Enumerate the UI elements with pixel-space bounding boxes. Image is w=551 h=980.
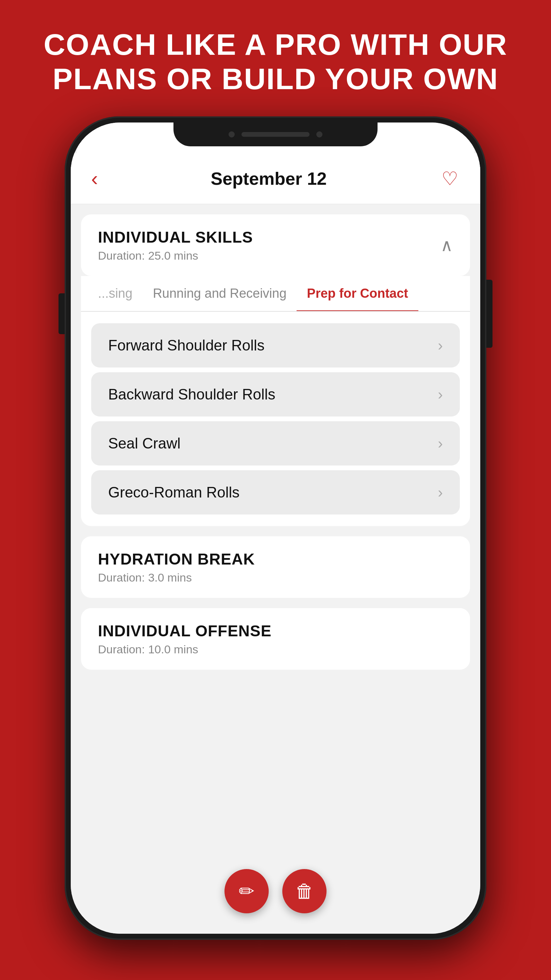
individual-offense-section: INDIVIDUAL OFFENSE Duration: 10.0 mins [81, 608, 470, 670]
header-title: September 12 [211, 169, 327, 189]
tab-label-passing: ...sing [98, 286, 132, 301]
notch-camera [229, 131, 235, 137]
drill-item-backward-shoulder-rolls[interactable]: Backward Shoulder Rolls › [91, 372, 460, 417]
trash-icon: 🗑 [295, 880, 314, 902]
favorite-button[interactable]: ♡ [440, 169, 460, 189]
offense-title: INDIVIDUAL OFFENSE [98, 622, 453, 640]
drill-item-greco-roman-rolls[interactable]: Greco-Roman Rolls › [91, 470, 460, 514]
chevron-right-icon: › [438, 435, 443, 452]
section-info: INDIVIDUAL SKILLS Duration: 25.0 mins [98, 228, 253, 262]
drill-item-seal-crawl[interactable]: Seal Crawl › [91, 421, 460, 466]
back-button[interactable]: ‹ [91, 167, 98, 190]
drill-item-label: Seal Crawl [108, 435, 181, 452]
break-duration: Duration: 3.0 mins [98, 571, 453, 584]
hero-line2: PLANS OR BUILD YOUR OWN [53, 62, 499, 95]
individual-skills-section[interactable]: INDIVIDUAL SKILLS Duration: 25.0 mins ∧ [81, 215, 470, 276]
phone-notch [173, 123, 378, 146]
chevron-right-icon: › [438, 386, 443, 403]
section-title: INDIVIDUAL SKILLS [98, 228, 253, 247]
fab-container: ✏ 🗑 [224, 869, 327, 913]
tab-passing[interactable]: ...sing [88, 276, 143, 311]
drill-item-label: Backward Shoulder Rolls [108, 386, 275, 403]
notch-speaker [241, 132, 310, 137]
tab-label-running: Running and Receiving [153, 286, 286, 301]
drill-item-forward-shoulder-rolls[interactable]: Forward Shoulder Rolls › [91, 323, 460, 368]
delete-fab-button[interactable]: 🗑 [282, 869, 327, 913]
tabs-bar: ...sing Running and Receiving Prep for C… [81, 276, 470, 312]
tab-prep-contact[interactable]: Prep for Contact [297, 276, 418, 311]
hero-line1: COACH LIKE A PRO WITH OUR [43, 27, 507, 61]
collapse-icon[interactable]: ∧ [440, 235, 453, 255]
chevron-right-icon: › [438, 337, 443, 354]
tab-label-prep: Prep for Contact [307, 286, 408, 301]
phone-screen: ‹ September 12 ♡ INDIVIDUAL SKILLS Durat… [71, 123, 480, 934]
drill-item-label: Greco-Roman Rolls [108, 484, 240, 501]
edit-fab-button[interactable]: ✏ [224, 869, 269, 913]
hydration-break-section: HYDRATION BREAK Duration: 3.0 mins [81, 536, 470, 598]
chevron-right-icon: › [438, 484, 443, 501]
screen-header: ‹ September 12 ♡ [71, 153, 480, 204]
offense-duration: Duration: 10.0 mins [98, 643, 453, 656]
screen-content: ‹ September 12 ♡ INDIVIDUAL SKILLS Durat… [71, 153, 480, 934]
break-title: HYDRATION BREAK [98, 550, 453, 568]
hero-section: COACH LIKE A PRO WITH OUR PLANS OR BUILD… [3, 0, 548, 116]
phone-frame: ‹ September 12 ♡ INDIVIDUAL SKILLS Durat… [65, 116, 486, 940]
tab-running-receiving[interactable]: Running and Receiving [143, 276, 297, 311]
phone-body: ‹ September 12 ♡ INDIVIDUAL SKILLS Durat… [65, 116, 486, 940]
drill-list: Forward Shoulder Rolls › Backward Should… [81, 312, 470, 526]
section-duration: Duration: 25.0 mins [98, 249, 253, 262]
drill-item-label: Forward Shoulder Rolls [108, 337, 265, 354]
edit-icon: ✏ [239, 880, 254, 902]
heart-icon: ♡ [441, 168, 458, 189]
notch-sensor [316, 131, 322, 137]
hero-text: COACH LIKE A PRO WITH OUR PLANS OR BUILD… [3, 0, 548, 116]
